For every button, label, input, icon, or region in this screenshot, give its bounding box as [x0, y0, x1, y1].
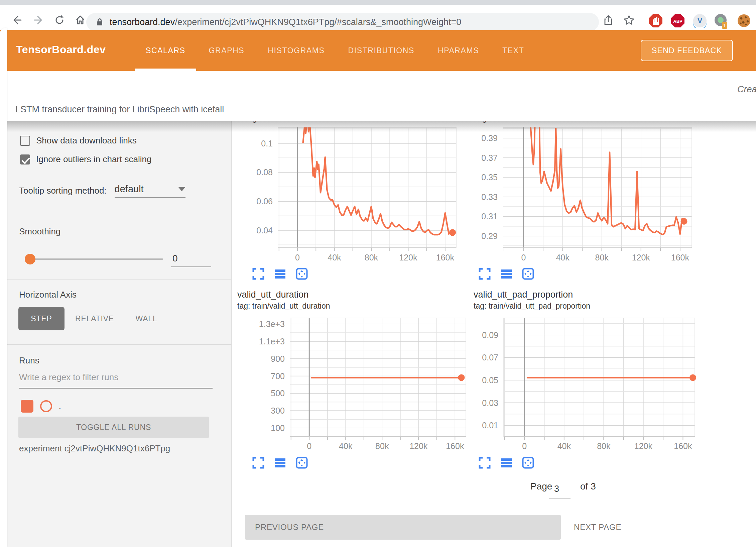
fit-domain-icon[interactable]	[296, 457, 308, 469]
expand-chart-icon[interactable]	[479, 268, 491, 280]
address-bar[interactable]: tensorboard.dev/experiment/cj2vtPiwQHKN9…	[86, 13, 599, 31]
chart-toolbar	[479, 457, 534, 469]
bookmark-button[interactable]	[622, 13, 636, 27]
scalar-chart-svg[interactable]: 0.010.030.050.070.09040k80k120k160k	[468, 314, 702, 456]
svg-text:500: 500	[271, 389, 285, 398]
show-download-row: Show data download links	[20, 135, 137, 146]
show-download-label: Show data download links	[36, 135, 137, 146]
page-label: Page	[530, 481, 552, 492]
chart-toolbar	[252, 457, 308, 469]
runs-regex-input[interactable]: Write a regex to filter runs	[19, 372, 213, 389]
haxis-step-button[interactable]: STEP	[18, 307, 65, 330]
url-text: tensorboard.dev/experiment/cj2vtPiwQHKN9…	[110, 17, 461, 27]
sidebar-divider	[0, 344, 232, 345]
home-button[interactable]	[74, 13, 87, 27]
previous-page-button[interactable]: PREVIOUS PAGE	[245, 515, 561, 540]
nav-tabs: SCALARS GRAPHS HISTOGRAMS DISTRIBUTIONS …	[144, 30, 526, 71]
lock-icon	[95, 17, 104, 27]
tab-hparams[interactable]: HPARAMS	[436, 30, 481, 71]
svg-text:0.04: 0.04	[256, 226, 273, 235]
expand-chart-icon[interactable]	[479, 457, 491, 469]
run-color-ring[interactable]	[40, 400, 52, 412]
smoothing-slider-track[interactable]	[29, 258, 163, 260]
next-page-button[interactable]: NEXT PAGE	[574, 515, 621, 540]
tooltip-sort-row: Tooltip sorting method: default	[19, 184, 185, 198]
svg-text:40k: 40k	[556, 253, 570, 262]
tab-histograms[interactable]: HISTOGRAMS	[266, 30, 327, 71]
svg-text:120k: 120k	[632, 253, 650, 262]
run-list-item: .	[21, 400, 61, 413]
svg-text:0.09: 0.09	[482, 330, 498, 340]
url-domain: tensorboard.dev	[110, 17, 175, 27]
scalar-chart-svg[interactable]: 1003005007009001.1e+31.3e+3040k80k120k16…	[234, 314, 468, 456]
share-button[interactable]	[602, 13, 615, 27]
tooltip-sort-dropdown[interactable]: default	[115, 184, 185, 198]
tab-scalars[interactable]: SCALARS	[144, 30, 187, 71]
runs-menu-icon[interactable]	[274, 268, 286, 280]
svg-text:80k: 80k	[365, 253, 378, 262]
svg-text:0: 0	[522, 441, 527, 451]
svg-text:40k: 40k	[557, 441, 571, 451]
haxis-wall-button[interactable]: WALL	[128, 307, 165, 330]
tab-graphs[interactable]: GRAPHS	[207, 30, 247, 71]
svg-text:40k: 40k	[339, 441, 353, 451]
tab-text[interactable]: TEXT	[500, 30, 526, 71]
svg-text:160k: 160k	[436, 253, 455, 262]
svg-text:0.1: 0.1	[261, 139, 273, 148]
svg-text:80k: 80k	[375, 441, 389, 451]
scalar-chart-card: 0.290.310.330.350.370.39040k80k120k160k	[468, 125, 702, 266]
svg-text:0.37: 0.37	[481, 153, 498, 162]
svg-text:80k: 80k	[597, 441, 611, 451]
smoothing-value-field[interactable]: 0	[171, 253, 211, 267]
dropdown-underline	[115, 197, 185, 198]
ignore-outliers-checkbox[interactable]	[20, 154, 30, 165]
browser-window-strip	[0, 0, 756, 5]
reload-icon	[54, 14, 65, 26]
url-path: /experiment/cj2vtPiwQHKN9Q1tx6PTpg/#scal…	[175, 17, 461, 27]
scalar-chart-card: 0.040.060.080.1040k80k120k160k	[234, 125, 468, 266]
home-icon	[75, 14, 86, 26]
expand-chart-icon[interactable]	[252, 457, 264, 469]
runs-menu-icon[interactable]	[500, 268, 512, 280]
svg-text:0.31: 0.31	[481, 212, 498, 221]
smoothing-label: Smoothing	[19, 226, 60, 237]
tab-distributions[interactable]: DISTRIBUTIONS	[346, 30, 416, 71]
runs-menu-icon[interactable]	[274, 457, 286, 469]
svg-text:0.08: 0.08	[256, 168, 273, 177]
adblock-extension-icon[interactable]	[648, 13, 663, 28]
fit-domain-icon[interactable]	[296, 268, 308, 280]
runs-regex-placeholder: Write a regex to filter runs	[19, 372, 213, 382]
badge-extension-icon[interactable]: 1	[713, 13, 728, 28]
scalar-chart-svg[interactable]: 0.040.060.080.1040k80k120k160k	[234, 125, 468, 266]
svg-text:0: 0	[521, 253, 526, 262]
send-feedback-button[interactable]: SEND FEEDBACK	[641, 40, 733, 61]
sidebar-divider	[0, 215, 232, 215]
horizontal-axis-label: Horizontal Axis	[19, 290, 77, 300]
fit-domain-icon[interactable]	[522, 457, 534, 469]
expand-chart-icon[interactable]	[252, 268, 264, 280]
svg-text:120k: 120k	[399, 253, 417, 262]
svg-text:0.07: 0.07	[482, 353, 498, 362]
haxis-relative-button[interactable]: RELATIVE	[71, 307, 118, 330]
scalar-chart-svg[interactable]: 0.290.310.330.350.370.39040k80k120k160k	[468, 125, 702, 266]
toggle-all-runs-button[interactable]: TOGGLE ALL RUNS	[18, 417, 209, 438]
v-extension-icon[interactable]: V	[692, 13, 707, 28]
fit-domain-icon[interactable]	[522, 268, 534, 280]
experiment-name: experiment cj2vtPiwQHKN9Q1tx6PTpg	[19, 443, 170, 454]
page-of-label: of 3	[580, 481, 596, 492]
cookie-extension-icon[interactable]	[737, 13, 751, 28]
show-download-checkbox[interactable]	[20, 136, 30, 146]
forward-button[interactable]	[32, 13, 45, 27]
run-checkbox[interactable]	[21, 400, 33, 413]
runs-menu-icon[interactable]	[500, 457, 512, 469]
smoothing-slider-thumb[interactable]	[25, 254, 35, 264]
back-button[interactable]	[10, 13, 23, 27]
app-logo: TensorBoard.dev	[16, 43, 106, 56]
page-number-input[interactable]: 3	[554, 484, 559, 494]
created-text-fragment: Crea	[737, 84, 756, 95]
reload-button[interactable]	[53, 13, 66, 27]
abp-extension-icon[interactable]: ABP	[670, 13, 685, 28]
forward-arrow-icon	[33, 14, 44, 26]
sidebar-divider	[0, 280, 232, 280]
tooltip-sort-value: default	[115, 184, 144, 195]
